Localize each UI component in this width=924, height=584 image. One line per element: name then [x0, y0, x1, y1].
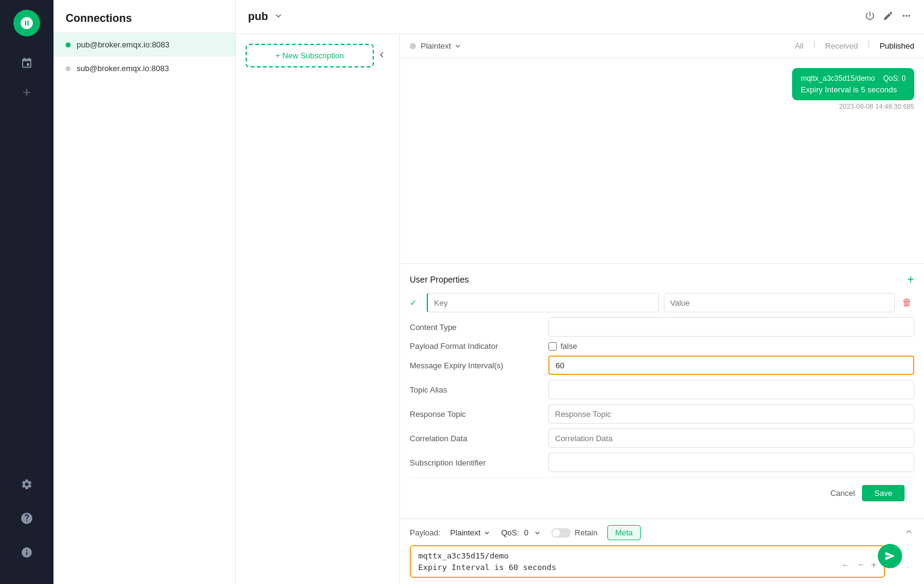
properties-header: User Properties + [410, 273, 914, 286]
sidebar-bottom [15, 472, 39, 574]
payload-label: Payload: [410, 528, 441, 537]
topbar: pub [236, 0, 924, 34]
message-toolbar: Plaintext All | Received | Published [400, 34, 924, 58]
content-type-label: Content Type [410, 323, 543, 332]
properties-form: User Properties + ✓ 🗑 Content Type [400, 263, 924, 518]
log-icon [21, 512, 33, 524]
topic-alias-input[interactable] [548, 380, 914, 399]
message-tabs: All | Received | Published [795, 39, 914, 53]
collapse-icon [376, 49, 387, 60]
payload-format-label: Payload Format Indicator [410, 342, 543, 351]
connections-panel: Connections pub@broker.emqx.io:8083 sub@… [53, 0, 236, 584]
key-input[interactable] [427, 293, 659, 312]
chevron-down-icon[interactable] [273, 10, 284, 24]
message-area: Plaintext All | Received | Published [400, 34, 924, 584]
form-actions: Cancel Save [410, 477, 914, 509]
connections-icon [21, 57, 33, 69]
connection-item-pub[interactable]: pub@broker.emqx.io:8083 [53, 33, 235, 57]
edit-icon[interactable] [883, 10, 894, 24]
publish-bar-top: Payload: Plaintext QoS: 0 [410, 525, 914, 540]
qos-selector[interactable]: QoS: 0 [501, 528, 542, 537]
sidebar [0, 0, 53, 584]
nav-minus-button[interactable]: − [855, 558, 866, 572]
topbar-left: pub [248, 10, 284, 24]
messages-list: mqttx_a3c35d15/demo QoS: 0 Expiry Interv… [400, 58, 924, 263]
gear-icon [21, 478, 33, 490]
cancel-button[interactable]: Cancel [830, 485, 855, 501]
connections-title: Connections [53, 0, 235, 33]
subscription-identifier-input[interactable] [548, 453, 914, 472]
logo-icon [19, 16, 34, 30]
payload-input[interactable] [418, 563, 877, 572]
expand-button[interactable] [903, 526, 914, 540]
tab-received[interactable]: Received [825, 39, 858, 53]
sidebar-item-info[interactable] [15, 540, 39, 565]
connection-item-sub[interactable]: sub@broker.emqx.io:8083 [53, 57, 235, 80]
message-content: Expiry Interval is 5 seconds [801, 85, 906, 94]
format-chevron-icon [453, 42, 462, 50]
topic-input[interactable] [418, 551, 877, 560]
add-property-button[interactable]: + [907, 273, 914, 286]
response-topic-label: Response Topic [410, 410, 543, 419]
message-bubble: mqttx_a3c35d15/demo QoS: 0 Expiry Interv… [792, 68, 914, 100]
payload-format-row: Payload Format Indicator false [410, 342, 914, 351]
retain-wrapper: Retain [551, 528, 598, 538]
payload-format-checkbox-wrapper: false [548, 342, 577, 351]
content-type-input[interactable] [548, 317, 914, 337]
topic-alias-row: Topic Alias [410, 380, 914, 399]
publish-bottom: ← − + [410, 545, 914, 578]
app-logo[interactable] [13, 10, 40, 36]
nav-plus-button[interactable]: + [869, 558, 879, 572]
payload-format-value: false [560, 342, 577, 351]
payload-format-checkbox[interactable] [548, 342, 557, 351]
sidebar-item-settings[interactable] [15, 472, 39, 496]
qos-value: 0 [524, 528, 528, 537]
delete-property-button[interactable]: 🗑 [900, 296, 914, 309]
payload-format-chevron-icon [483, 529, 491, 537]
response-topic-row: Response Topic [410, 404, 914, 424]
connection-status-dot-sub [66, 66, 71, 71]
sidebar-item-log[interactable] [15, 506, 39, 531]
connection-status-dot-pub [66, 43, 71, 47]
subscription-identifier-label: Subscription Identifier [410, 458, 543, 467]
nav-buttons: ← − + [838, 558, 879, 572]
new-subscription-button[interactable]: + New Subscription [246, 44, 374, 67]
payload-format-value: Plaintext [450, 528, 481, 537]
info-icon [21, 546, 33, 558]
sidebar-item-connections[interactable] [15, 51, 39, 75]
qos-label: QoS: [501, 528, 519, 537]
payload-format-selector[interactable]: Plaintext [450, 528, 492, 537]
subscriptions-top: + New Subscription [246, 44, 390, 67]
correlation-data-input[interactable] [548, 428, 914, 448]
expand-icon [903, 526, 914, 537]
retain-toggle[interactable] [551, 528, 571, 538]
content-type-row: Content Type [410, 317, 914, 337]
format-label: Plaintext [421, 41, 451, 50]
message-expiry-row: Message Expiry Interval(s) [410, 356, 914, 375]
power-icon[interactable] [864, 10, 875, 24]
page-title: pub [248, 10, 268, 23]
connection-name-sub: sub@broker.emqx.io:8083 [77, 64, 169, 73]
subscription-identifier-row: Subscription Identifier [410, 453, 914, 472]
nav-prev-button[interactable]: ← [838, 558, 853, 572]
check-icon: ✓ [410, 298, 422, 307]
plus-icon [21, 86, 33, 98]
sidebar-item-new[interactable] [15, 80, 39, 105]
qos-chevron-icon [533, 529, 542, 537]
properties-title: User Properties [410, 275, 469, 284]
format-selector[interactable]: Plaintext [410, 41, 462, 50]
user-property-key-row: ✓ 🗑 [410, 293, 914, 312]
tab-all[interactable]: All [795, 39, 803, 53]
response-topic-input[interactable] [548, 404, 914, 424]
send-button[interactable] [878, 544, 902, 568]
save-button[interactable]: Save [862, 485, 905, 501]
collapse-button[interactable] [374, 47, 390, 64]
more-icon[interactable] [901, 10, 912, 24]
correlation-data-row: Correlation Data [410, 428, 914, 448]
value-input[interactable] [664, 293, 895, 312]
send-icon [884, 551, 895, 562]
meta-button[interactable]: Meta [607, 525, 641, 540]
tab-published[interactable]: Published [880, 39, 914, 53]
message-expiry-label: Message Expiry Interval(s) [410, 361, 543, 370]
message-expiry-input[interactable] [548, 356, 914, 375]
